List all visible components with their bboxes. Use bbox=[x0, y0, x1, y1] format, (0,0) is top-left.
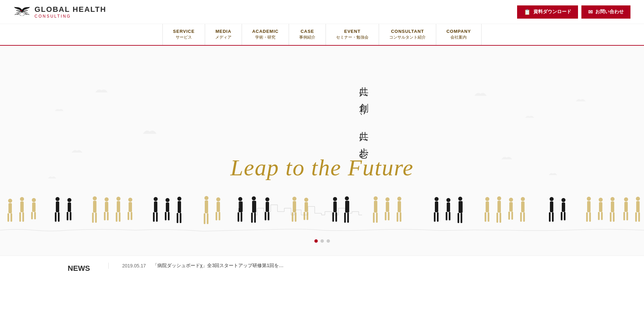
svg-rect-82 bbox=[335, 212, 337, 222]
svg-rect-100 bbox=[435, 201, 438, 212]
mail-icon: ✉ bbox=[588, 9, 593, 15]
svg-rect-56 bbox=[216, 212, 217, 220]
bird-2 bbox=[54, 107, 64, 113]
svg-rect-153 bbox=[635, 212, 637, 222]
svg-rect-105 bbox=[446, 212, 447, 220]
logo-main-text: GLOBAL HEALTH bbox=[35, 5, 106, 14]
svg-rect-60 bbox=[238, 212, 239, 222]
bird-1 bbox=[95, 86, 108, 95]
svg-rect-33 bbox=[119, 212, 120, 222]
svg-rect-101 bbox=[434, 212, 436, 222]
svg-rect-55 bbox=[217, 202, 220, 212]
svg-rect-136 bbox=[587, 201, 591, 212]
svg-rect-89 bbox=[373, 213, 375, 223]
nav-item-event[interactable]: EVENT セミナー・勉強会 bbox=[326, 24, 379, 45]
svg-point-99 bbox=[435, 197, 439, 201]
svg-point-18 bbox=[67, 198, 71, 202]
svg-rect-104 bbox=[447, 202, 450, 212]
main-nav: SERVICE サービス MEDIA メディア ACADEMIC 学術・研究 C… bbox=[0, 24, 644, 46]
svg-point-119 bbox=[509, 198, 513, 202]
svg-point-75 bbox=[304, 198, 308, 202]
svg-point-127 bbox=[550, 197, 554, 201]
svg-rect-97 bbox=[397, 212, 398, 222]
svg-point-26 bbox=[105, 197, 109, 201]
svg-point-143 bbox=[610, 197, 615, 201]
nav-item-consultant[interactable]: CONSULTANT コンサルタント紹介 bbox=[379, 24, 436, 45]
svg-rect-109 bbox=[458, 213, 459, 223]
svg-point-131 bbox=[561, 198, 565, 202]
logo-icon bbox=[14, 3, 30, 20]
bird-10 bbox=[575, 96, 586, 103]
hero-slogan: Leap to the Future bbox=[230, 154, 414, 181]
contact-button[interactable]: ✉ お問い合わせ bbox=[581, 5, 630, 19]
svg-rect-145 bbox=[610, 212, 612, 222]
svg-rect-44 bbox=[165, 212, 166, 220]
svg-rect-65 bbox=[251, 213, 253, 223]
nav-item-academic[interactable]: ACADEMIC 学術・研究 bbox=[242, 24, 289, 45]
download-icon: 📋 bbox=[524, 9, 531, 15]
hero-section: 共に創り、共に歩む Leap to the Future bbox=[0, 46, 644, 256]
svg-rect-134 bbox=[564, 212, 565, 220]
carousel-dot-3[interactable] bbox=[327, 239, 330, 243]
svg-rect-15 bbox=[56, 201, 59, 212]
logo-area[interactable]: GLOBAL HEALTH CONSULTING bbox=[14, 3, 106, 20]
svg-point-0 bbox=[20, 10, 24, 13]
download-button[interactable]: 📋 資料ダウンロード bbox=[517, 5, 578, 19]
svg-rect-125 bbox=[520, 212, 522, 222]
news-date: 2019.05.17 bbox=[122, 263, 146, 268]
svg-rect-12 bbox=[31, 212, 33, 219]
svg-rect-19 bbox=[68, 202, 71, 212]
logo-sub-text: CONSULTING bbox=[35, 14, 106, 19]
svg-rect-52 bbox=[204, 213, 205, 224]
svg-rect-7 bbox=[20, 201, 24, 212]
site-header: GLOBAL HEALTH CONSULTING 📋 資料ダウンロード ✉ お問… bbox=[0, 0, 644, 24]
svg-point-115 bbox=[497, 196, 501, 200]
svg-rect-137 bbox=[586, 212, 588, 222]
svg-rect-85 bbox=[344, 213, 346, 223]
svg-point-83 bbox=[345, 196, 349, 200]
svg-rect-45 bbox=[168, 212, 170, 220]
bird-4 bbox=[47, 174, 57, 180]
svg-rect-62 bbox=[238, 201, 239, 208]
svg-rect-150 bbox=[626, 212, 628, 220]
svg-point-2 bbox=[8, 199, 12, 203]
svg-rect-120 bbox=[509, 202, 513, 212]
svg-rect-57 bbox=[219, 212, 220, 220]
svg-rect-8 bbox=[19, 212, 21, 222]
svg-rect-121 bbox=[508, 212, 510, 220]
svg-point-54 bbox=[216, 197, 220, 201]
carousel-dot-1[interactable] bbox=[314, 239, 318, 243]
svg-rect-144 bbox=[611, 201, 614, 212]
svg-rect-61 bbox=[241, 212, 242, 222]
nav-item-case[interactable]: CASE 事例紹介 bbox=[289, 24, 326, 45]
nav-item-company[interactable]: COMPANY 会社案内 bbox=[436, 24, 481, 45]
nav-item-service[interactable]: SERVICE サービス bbox=[162, 24, 205, 45]
svg-rect-110 bbox=[461, 213, 462, 223]
svg-rect-53 bbox=[207, 213, 208, 224]
nav-item-media[interactable]: MEDIA メディア bbox=[205, 24, 242, 45]
svg-rect-9 bbox=[22, 212, 24, 222]
svg-rect-11 bbox=[32, 202, 36, 212]
svg-rect-39 bbox=[154, 201, 157, 212]
news-item[interactable]: 2019.05.17 「病院ダッシュボードχ」全3回スタートアップ研修第1回を… bbox=[108, 263, 284, 269]
svg-point-34 bbox=[128, 198, 132, 202]
svg-rect-92 bbox=[386, 202, 389, 212]
svg-point-87 bbox=[374, 196, 378, 200]
svg-point-46 bbox=[177, 197, 181, 201]
bird-5 bbox=[142, 127, 157, 136]
svg-point-147 bbox=[624, 197, 628, 201]
svg-rect-64 bbox=[252, 201, 256, 213]
carousel-dot-2[interactable] bbox=[320, 239, 324, 243]
svg-point-63 bbox=[252, 196, 256, 200]
svg-rect-94 bbox=[388, 212, 390, 220]
svg-rect-93 bbox=[385, 212, 386, 220]
svg-point-1 bbox=[21, 10, 22, 11]
svg-rect-16 bbox=[55, 212, 57, 222]
svg-rect-69 bbox=[265, 212, 266, 220]
svg-point-6 bbox=[20, 197, 24, 201]
svg-rect-43 bbox=[166, 202, 169, 212]
svg-rect-72 bbox=[293, 201, 296, 212]
svg-rect-5 bbox=[10, 213, 12, 222]
svg-rect-142 bbox=[601, 212, 603, 220]
svg-rect-23 bbox=[93, 201, 96, 213]
